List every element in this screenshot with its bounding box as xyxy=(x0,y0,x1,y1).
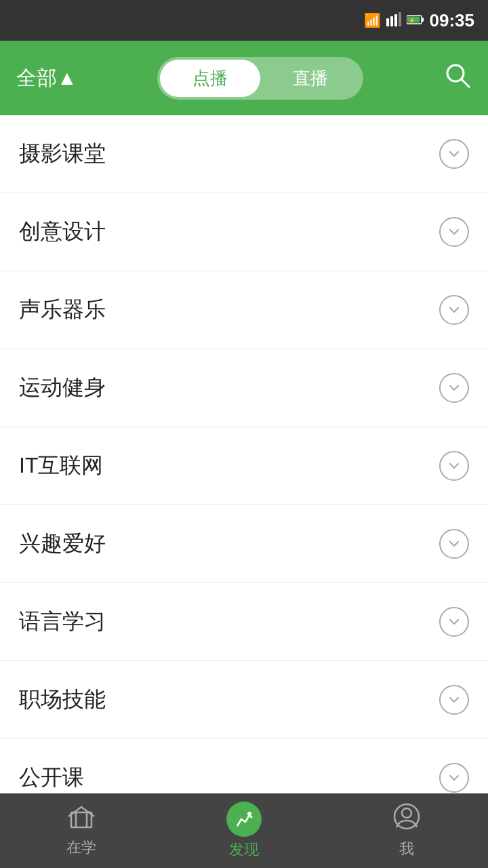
list-item-label: 运动健身 xyxy=(19,373,106,403)
list-item[interactable]: 职场技能 xyxy=(0,661,488,739)
list-item[interactable]: 声乐器乐 xyxy=(0,271,488,349)
view-toggle: 点播 直播 xyxy=(157,57,363,100)
status-bar: 📶 ⚡ 09:35 xyxy=(0,0,488,41)
status-icons: 📶 ⚡ 09:35 xyxy=(364,10,475,31)
list-item[interactable]: 摄影课堂 xyxy=(0,115,488,193)
nav-study-label: 在学 xyxy=(66,837,96,858)
bottom-nav: 在学 发现 我 xyxy=(0,793,488,868)
list-item-label: 公开课 xyxy=(19,763,84,793)
list-item[interactable]: 创意设计 xyxy=(0,193,488,271)
chevron-down-icon xyxy=(439,139,469,169)
svg-point-13 xyxy=(247,812,251,816)
chevron-down-icon xyxy=(439,373,469,403)
discover-icon xyxy=(226,802,262,837)
nav-item-study[interactable]: 在学 xyxy=(14,804,149,858)
chevron-down-icon xyxy=(439,607,469,637)
category-list: 摄影课堂 创意设计 声乐器乐 运动健身 xyxy=(0,115,488,817)
all-label: 全部▲ xyxy=(16,64,77,92)
status-time: 09:35 xyxy=(430,10,475,31)
chevron-down-icon xyxy=(439,295,469,325)
list-item[interactable]: IT互联网 xyxy=(0,427,488,505)
me-icon xyxy=(393,803,420,836)
chevron-down-icon xyxy=(439,529,469,559)
list-item[interactable]: 运动健身 xyxy=(0,349,488,427)
signal-icon xyxy=(386,12,401,30)
svg-line-9 xyxy=(462,79,470,87)
list-item-label: 兴趣爱好 xyxy=(19,529,106,559)
nav-item-me[interactable]: 我 xyxy=(339,803,474,859)
search-button[interactable] xyxy=(443,61,472,96)
live-toggle-button[interactable]: 直播 xyxy=(260,60,361,97)
svg-point-15 xyxy=(402,808,411,818)
svg-rect-1 xyxy=(390,16,393,26)
svg-rect-5 xyxy=(422,18,424,22)
svg-text:⚡: ⚡ xyxy=(409,17,415,24)
list-item-label: 声乐器乐 xyxy=(19,295,106,325)
svg-rect-2 xyxy=(394,14,397,26)
list-item[interactable]: 兴趣爱好 xyxy=(0,505,488,583)
header: 全部▲ 点播 直播 xyxy=(0,41,488,115)
list-item-label: 语言学习 xyxy=(19,607,106,637)
chevron-down-icon xyxy=(439,451,469,481)
nav-discover-label: 发现 xyxy=(229,840,259,860)
list-item-label: 创意设计 xyxy=(19,217,106,247)
list-item-label: 职场技能 xyxy=(19,685,106,715)
vod-toggle-button[interactable]: 点播 xyxy=(160,60,260,97)
nav-me-label: 我 xyxy=(399,839,414,859)
all-categories-button[interactable]: 全部▲ xyxy=(16,64,77,92)
list-item[interactable]: 语言学习 xyxy=(0,583,488,661)
battery-icon: ⚡ xyxy=(407,13,424,28)
svg-rect-0 xyxy=(386,18,389,26)
svg-point-8 xyxy=(447,65,464,81)
list-item-label: 摄影课堂 xyxy=(19,139,106,169)
chevron-down-icon xyxy=(439,217,469,247)
chevron-down-icon xyxy=(439,685,469,715)
chevron-down-icon xyxy=(439,763,469,793)
wifi-icon: 📶 xyxy=(364,12,381,28)
svg-rect-10 xyxy=(71,812,92,827)
study-icon xyxy=(68,804,95,835)
svg-rect-3 xyxy=(399,12,401,26)
nav-item-discover[interactable]: 发现 xyxy=(176,802,312,860)
list-item-label: IT互联网 xyxy=(19,451,103,481)
